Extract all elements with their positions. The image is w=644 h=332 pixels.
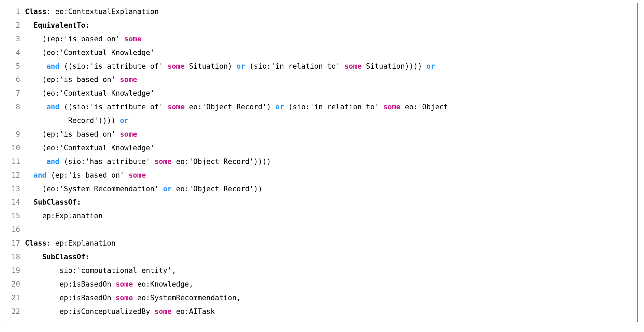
code-line: 14 SubClassOf: [6,196,635,209]
keyword-quantifier: some [124,35,142,43]
code-content: ((ep:'is based on' some [25,32,635,46]
code-text: ep:Explanation [42,212,103,220]
code-text: eo:SystemRecommendation, [133,294,241,302]
code-text: (eo:'Contextual Knowledge' [42,89,155,97]
line-number: 20 [6,278,25,291]
code-line: 19 sio:'computational entity', [6,264,635,278]
line-number: 8 [6,100,25,114]
code-text: Record')))) [68,116,120,125]
code-text: ((sio:'is attribute of' [59,62,167,70]
code-line: 2 EquivalentTo: [6,19,635,32]
code-line: 8 and ((sio:'is attribute of' some eo:'O… [6,100,635,114]
line-number: 5 [6,60,25,73]
line-number: 4 [6,46,25,60]
keyword-quantifier: some [116,280,133,288]
line-number: 17 [6,237,25,250]
keyword-quantifier: some [167,103,185,111]
code-content: (eo:'Contextual Knowledge' [25,87,635,100]
code-line: 16 [6,223,635,237]
keyword-structural: EquivalentTo: [33,21,89,29]
code-line: 6 (ep:'is based on' some [6,73,635,87]
line-number: 6 [6,73,25,87]
code-line: 1Class: eo:ContextualExplanation [6,5,635,19]
code-content: SubClassOf: [25,250,635,264]
code-line: 10 (eo:'Contextual Knowledge' [6,141,635,155]
code-line: 20 ep:isBasedOn some eo:Knowledge, [6,278,635,291]
code-text: (ep:'is based on' [42,75,120,84]
keyword-quantifier: some [120,75,137,84]
code-text: (sio:'in relation to' [284,103,383,111]
code-text: (ep:'is based on' [46,171,128,179]
code-text: Situation)))) [362,62,426,70]
keyword-structural: SubClassOf: [42,253,90,261]
code-line: 5 and ((sio:'is attribute of' some Situa… [6,60,635,73]
keyword-quantifier: some [154,307,172,316]
keyword-logic: or [120,116,128,125]
code-content: (eo:'Contextual Knowledge' [25,46,635,60]
code-line: 15 ep:Explanation [6,209,635,223]
line-number: 15 [6,209,25,223]
code-text: ep:isBasedOn [59,294,115,302]
line-number: 2 [6,19,25,32]
code-listing: 1Class: eo:ContextualExplanation2 Equiva… [3,3,638,322]
line-number: 19 [6,264,25,278]
code-line: 17Class: ep:Explanation [6,237,635,250]
code-text: eo:'Object Record') [185,103,276,111]
code-content: SubClassOf: [25,196,635,209]
code-text: : eo:ContextualExplanation [46,8,159,16]
code-line: 11 and (sio:'has attribute' some eo:'Obj… [6,155,635,169]
keyword-logic: or [163,185,172,193]
line-number: 13 [6,182,25,196]
line-number: 9 [6,128,25,141]
code-text: sio:'computational entity', [59,266,176,275]
code-text: (ep:'is based on' [42,130,120,138]
line-number: 16 [6,223,25,237]
code-line: Record')))) or [6,114,635,128]
code-content: Class: ep:Explanation [25,237,635,250]
code-text: ((sio:'is attribute of' [59,103,167,111]
line-number: 18 [6,250,25,264]
line-number: 10 [6,141,25,155]
code-line: 4 (eo:'Contextual Knowledge' [6,46,635,60]
keyword-logic: and [46,62,59,70]
line-number: 7 [6,87,25,100]
code-text: ((ep:'is based on' [42,35,124,43]
keyword-quantifier: some [167,62,185,70]
code-text: eo:'Object Record')) [172,185,263,193]
code-content: (eo:'Contextual Knowledge' [25,141,635,155]
line-number: 12 [6,169,25,182]
line-number: 14 [6,196,25,209]
code-text: (sio:'has attribute' [59,157,154,166]
code-text: Situation) [185,62,237,70]
code-text: (eo:'System Recommendation' [42,185,163,193]
keyword-quantifier: some [154,157,172,166]
line-number: 11 [6,155,25,169]
code-text: (eo:'Contextual Knowledge' [42,144,155,152]
line-number: 3 [6,32,25,46]
code-content: (eo:'System Recommendation' or eo:'Objec… [25,182,635,196]
code-text: eo:AITask [172,307,215,316]
code-content: and ((sio:'is attribute of' some Situati… [25,60,635,73]
code-text: (eo:'Contextual Knowledge' [42,49,155,57]
code-text: ep:isConceptualizedBy [59,307,154,316]
keyword-logic: or [426,62,435,70]
keyword-logic: and [33,171,46,179]
keyword-structural: Class [25,239,46,247]
keyword-logic: or [237,62,245,70]
code-line: 13 (eo:'System Recommendation' or eo:'Ob… [6,182,635,196]
code-text: eo:'Object [401,103,448,111]
code-line: 9 (ep:'is based on' some [6,128,635,141]
keyword-quantifier: some [116,294,133,302]
code-line: 12 and (ep:'is based on' some [6,169,635,182]
code-content: EquivalentTo: [25,19,635,32]
code-content: (ep:'is based on' some [25,73,635,87]
code-content: ep:isBasedOn some eo:SystemRecommendatio… [25,291,635,305]
keyword-quantifier: some [345,62,362,70]
code-line: 22 ep:isConceptualizedBy some eo:AITask [6,305,635,319]
keyword-structural: Class [25,8,46,16]
code-text: ep:isBasedOn [59,280,115,288]
keyword-quantifier: some [128,171,146,179]
code-content: Record')))) or [25,114,635,128]
code-content: ep:Explanation [25,209,635,223]
code-line: 7 (eo:'Contextual Knowledge' [6,87,635,100]
